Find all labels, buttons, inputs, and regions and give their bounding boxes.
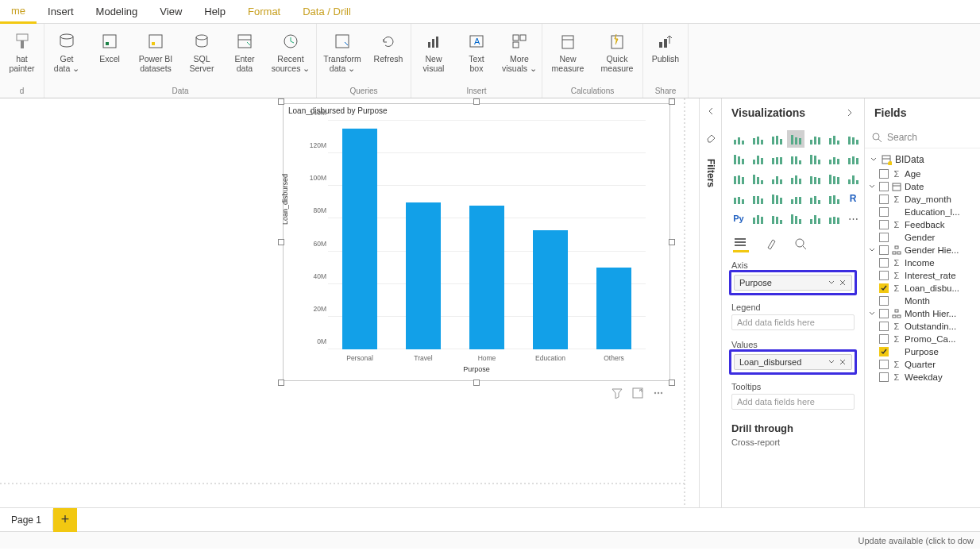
format-painter-button[interactable]: hat painter bbox=[3, 29, 41, 75]
viz-type-stacked-area[interactable] bbox=[749, 150, 766, 168]
focus-mode-icon[interactable] bbox=[632, 387, 643, 399]
page-tab-1[interactable]: Page 1 bbox=[0, 510, 53, 530]
fields-tab-icon[interactable] bbox=[733, 237, 749, 252]
viz-type-stacked-100-bar[interactable] bbox=[768, 130, 785, 148]
update-available-text[interactable]: Update available (click to dow bbox=[858, 536, 974, 545]
checkbox[interactable] bbox=[879, 347, 889, 356]
viz-type-kpi[interactable] bbox=[768, 190, 785, 207]
new-visual-button[interactable]: New visual bbox=[415, 29, 453, 75]
field-quarter[interactable]: ΣQuarter bbox=[865, 358, 980, 371]
viz-type-area[interactable] bbox=[730, 150, 747, 168]
field-interestrate[interactable]: ΣInterest_rate bbox=[865, 269, 980, 282]
viz-type-clustered-bar[interactable] bbox=[749, 130, 766, 148]
viz-type-table[interactable] bbox=[806, 190, 824, 207]
viz-type-r[interactable]: R bbox=[844, 190, 862, 207]
viz-type-stacked-100-column[interactable] bbox=[825, 130, 843, 148]
tab-home[interactable]: me bbox=[0, 0, 37, 24]
field-loandisbu[interactable]: ΣLoan_disbu... bbox=[865, 282, 980, 295]
get-data-button[interactable]: Get data ⌄ bbox=[48, 29, 86, 75]
new-measure-button[interactable]: New measure bbox=[546, 29, 590, 75]
viz-type-qa[interactable] bbox=[787, 210, 804, 227]
field-date[interactable]: Date bbox=[865, 180, 980, 193]
refresh-button[interactable]: Refresh bbox=[369, 29, 407, 65]
chevron-down-icon[interactable] bbox=[828, 358, 835, 366]
checkbox[interactable] bbox=[879, 296, 889, 306]
publish-button[interactable]: Publish bbox=[646, 29, 685, 65]
bar-education[interactable] bbox=[533, 230, 569, 349]
quick-measure-button[interactable]: Quick measure bbox=[595, 29, 639, 75]
chevron-right-icon[interactable] bbox=[845, 108, 855, 118]
viz-type-scatter[interactable] bbox=[844, 150, 862, 168]
viz-type-pie[interactable] bbox=[730, 170, 747, 187]
axis-field-purpose[interactable]: Purpose bbox=[734, 275, 852, 291]
analytics-tab-icon[interactable] bbox=[793, 237, 809, 252]
tab-help[interactable]: Help bbox=[193, 1, 237, 22]
close-icon[interactable] bbox=[839, 358, 847, 366]
search-input[interactable]: Search bbox=[865, 127, 980, 148]
excel-button[interactable]: Excel bbox=[91, 29, 129, 65]
viz-type-funnel[interactable] bbox=[825, 170, 843, 187]
field-income[interactable]: ΣIncome bbox=[865, 256, 980, 269]
viz-type-clustered-column[interactable] bbox=[787, 130, 804, 148]
more-visuals-button[interactable]: More visuals ⌄ bbox=[500, 29, 538, 75]
viz-type-ribbon[interactable] bbox=[806, 150, 824, 168]
legend-well-empty[interactable]: Add data fields here bbox=[731, 314, 855, 330]
values-field-loan-disbursed[interactable]: Loan_disbursed bbox=[734, 354, 852, 370]
viz-type-more[interactable]: ⋯ bbox=[844, 210, 862, 227]
close-icon[interactable] bbox=[839, 279, 847, 287]
viz-type-line[interactable] bbox=[844, 130, 862, 148]
field-genderhie[interactable]: Gender Hie... bbox=[865, 244, 980, 256]
tab-modeling[interactable]: Modeling bbox=[85, 1, 149, 22]
viz-type-map[interactable] bbox=[787, 170, 804, 187]
table-bidata[interactable]: BIData bbox=[865, 152, 980, 168]
checkbox[interactable] bbox=[879, 258, 889, 268]
checkbox[interactable] bbox=[879, 169, 889, 179]
viz-type-filled-map[interactable] bbox=[806, 170, 824, 187]
checkbox[interactable] bbox=[879, 334, 889, 344]
viz-type-paginated[interactable] bbox=[806, 210, 824, 227]
field-feedback[interactable]: ΣFeedback bbox=[865, 218, 980, 231]
enter-data-button[interactable]: Enter data bbox=[226, 29, 264, 75]
filter-icon[interactable] bbox=[612, 387, 623, 399]
checkbox[interactable] bbox=[879, 220, 889, 229]
bar-home[interactable] bbox=[469, 206, 505, 349]
format-tab-icon[interactable] bbox=[763, 237, 779, 252]
sql-server-button[interactable]: SQL Server bbox=[183, 29, 221, 75]
field-educationl[interactable]: Education_l... bbox=[865, 206, 980, 218]
field-month[interactable]: Month bbox=[865, 295, 980, 307]
checkbox[interactable] bbox=[879, 309, 889, 318]
field-promoca[interactable]: ΣPromo_Ca... bbox=[865, 333, 980, 345]
bar-personal[interactable] bbox=[342, 129, 378, 349]
bar-others[interactable] bbox=[596, 268, 632, 349]
checkbox[interactable] bbox=[879, 360, 889, 369]
viz-type-donut[interactable] bbox=[749, 170, 766, 187]
checkbox[interactable] bbox=[879, 207, 889, 217]
tab-format[interactable]: Format bbox=[237, 1, 291, 22]
transform-data-button[interactable]: Transform data ⌄ bbox=[320, 29, 365, 75]
tab-view[interactable]: View bbox=[149, 1, 193, 22]
viz-type-gauge[interactable] bbox=[844, 170, 862, 187]
add-page-button[interactable]: + bbox=[53, 508, 77, 532]
chevron-down-icon[interactable] bbox=[828, 279, 835, 287]
viz-type-stacked-column[interactable] bbox=[806, 130, 824, 148]
more-options-icon[interactable] bbox=[653, 387, 664, 399]
field-gender[interactable]: Gender bbox=[865, 231, 980, 244]
field-weekday[interactable]: ΣWeekday bbox=[865, 371, 980, 383]
viz-type-stacked-bar[interactable] bbox=[730, 130, 747, 148]
viz-type-decomposition[interactable] bbox=[768, 210, 785, 227]
viz-type-line-clustered[interactable] bbox=[768, 150, 785, 168]
viz-type-multi-card[interactable] bbox=[749, 190, 766, 207]
viz-type-treemap[interactable] bbox=[768, 170, 785, 187]
report-canvas[interactable]: Loan_disbursed by Purpose Loan_disbursed… bbox=[0, 98, 700, 507]
checkbox[interactable] bbox=[879, 182, 889, 191]
viz-type-line-stacked[interactable] bbox=[787, 150, 804, 168]
checkbox[interactable] bbox=[879, 233, 889, 242]
viz-type-arcgis[interactable] bbox=[825, 210, 843, 227]
field-daymonth[interactable]: ΣDay_month bbox=[865, 193, 980, 206]
viz-type-matrix[interactable] bbox=[825, 190, 843, 207]
tab-data-drill[interactable]: Data / Drill bbox=[291, 1, 362, 22]
recent-sources-button[interactable]: Recent sources ⌄ bbox=[268, 29, 313, 75]
tab-insert[interactable]: Insert bbox=[37, 1, 85, 22]
filters-pane-collapsed[interactable]: Filters bbox=[700, 98, 722, 507]
field-purpose[interactable]: Purpose bbox=[865, 345, 980, 358]
